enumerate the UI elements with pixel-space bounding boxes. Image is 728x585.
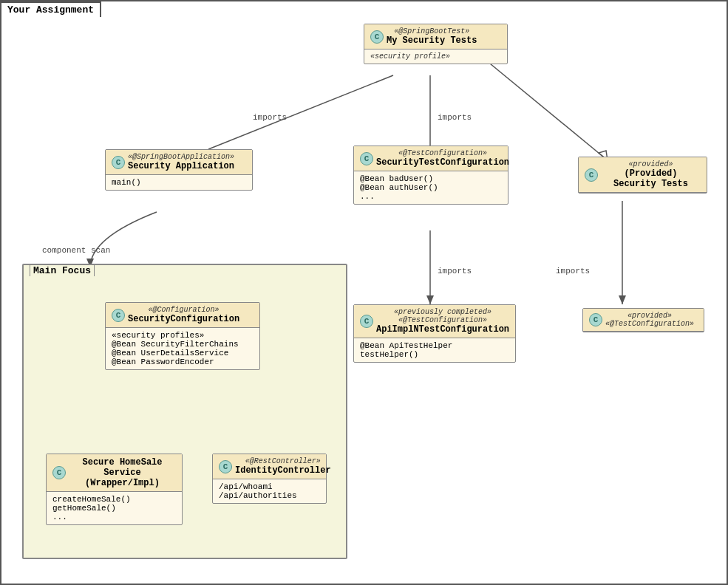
secure-homesale-body: createHomeSale() getHomeSale() ... xyxy=(47,492,182,524)
diagram-container: Your Assignment imports imports componen… xyxy=(0,0,728,585)
sec-config-stereotype: «@Configuration» xyxy=(128,306,239,314)
security-test-config-header: C «@TestConfiguration» SecurityTestConfi… xyxy=(354,146,508,171)
identity-body: /api/whoami /api/authorities xyxy=(213,479,326,503)
svg-line-0 xyxy=(208,75,393,149)
sec-config-name: SecurityConfiguration xyxy=(128,314,239,324)
api-impl-stereotype2: «@TestConfiguration» xyxy=(376,316,509,324)
security-config-box: C «@Configuration» SecurityConfiguration… xyxy=(105,302,260,370)
security-application-header: C «@SpringBootApplication» Security Appl… xyxy=(106,150,252,175)
svg-text:imports: imports xyxy=(438,267,472,276)
identity-name: IdentityController xyxy=(235,465,331,476)
c-icon-sec-test-config: C xyxy=(360,152,373,165)
c-icon-sec-config: C xyxy=(112,309,125,322)
svg-text:imports: imports xyxy=(556,267,590,276)
svg-marker-12 xyxy=(619,295,626,304)
security-app-method: main() xyxy=(112,178,246,187)
c-icon-provided-sec: C xyxy=(585,168,598,182)
identity-controller-box: C «@RestController» IdentityController /… xyxy=(212,454,327,504)
my-security-tests-box: C «@SpringBootTest» My Security Tests «s… xyxy=(364,24,508,64)
api-impl-name: ApiImplNTestConfiguration xyxy=(376,324,509,335)
c-icon-api-impl: C xyxy=(360,315,373,328)
provided-sec-tests-header: C «provided» (Provided) Security Tests xyxy=(579,157,707,193)
security-config-header: C «@Configuration» SecurityConfiguration xyxy=(106,303,259,328)
api-impl-header: C «previously completed» «@TestConfigura… xyxy=(354,305,515,338)
security-application-box: C «@SpringBootApplication» Security Appl… xyxy=(105,149,253,191)
my-security-tests-body: «security profile» xyxy=(364,49,507,64)
security-test-config-box: C «@TestConfiguration» SecurityTestConfi… xyxy=(353,146,508,205)
security-app-stereotype: «@SpringBootApplication» xyxy=(128,153,234,161)
main-focus-label: Main Focus xyxy=(30,264,95,276)
secure-homesale-header: C Secure HomeSale Service (Wrapper/Impl) xyxy=(47,454,182,492)
security-app-body: main() xyxy=(106,175,252,190)
my-security-tests-header: C «@SpringBootTest» My Security Tests xyxy=(364,24,507,49)
identity-controller-header: C «@RestController» IdentityController xyxy=(213,454,326,479)
sec-test-config-name: SecurityTestConfiguration xyxy=(376,157,509,168)
c-icon-identity: C xyxy=(219,460,232,473)
provided-test-config-header: C «provided» «@TestConfiguration» xyxy=(583,309,704,332)
svg-text:component scan: component scan xyxy=(42,246,110,255)
svg-text:imports: imports xyxy=(438,113,472,122)
my-security-tests-stereotype2: «security profile» xyxy=(370,52,501,61)
provided-test-s1: «provided» xyxy=(605,312,694,320)
sec-test-config-stereotype: «@TestConfiguration» xyxy=(376,149,509,157)
provided-sec-name: (Provided) Security Tests xyxy=(601,168,701,189)
secure-homesale-box: C Secure HomeSale Service (Wrapper/Impl)… xyxy=(46,454,183,525)
provided-test-s2: «@TestConfiguration» xyxy=(605,320,694,328)
api-impl-n-test-config-box: C «previously completed» «@TestConfigura… xyxy=(353,304,516,363)
api-impl-stereotype1: «previously completed» xyxy=(376,308,509,316)
identity-stereotype: «@RestController» xyxy=(235,457,331,465)
secure-homesale-name: Secure HomeSale Service (Wrapper/Impl) xyxy=(69,457,176,488)
c-icon-provided-test: C xyxy=(589,313,602,326)
my-security-tests-name: My Security Tests xyxy=(387,35,477,46)
c-icon-secure-homesale: C xyxy=(52,466,66,479)
provided-sec-stereotype: «provided» xyxy=(601,160,701,168)
c-icon-my-security-tests: C xyxy=(370,30,384,44)
provided-security-tests-box: C «provided» (Provided) Security Tests xyxy=(578,157,707,194)
svg-marker-9 xyxy=(426,295,434,304)
sec-test-config-body: @Bean badUser() @Bean authUser() ... xyxy=(354,171,508,204)
my-security-tests-stereotype1: «@SpringBootTest» xyxy=(387,27,477,35)
main-focus-box: Main Focus C «@Configuration» SecurityCo… xyxy=(22,264,347,559)
api-impl-body: @Bean ApiTestHelper testHelper() xyxy=(354,338,515,362)
svg-line-4 xyxy=(482,57,608,160)
c-icon-security-app: C xyxy=(112,156,125,169)
security-app-name: Security Application xyxy=(128,161,234,171)
provided-test-config-box: C «provided» «@TestConfiguration» xyxy=(582,308,704,332)
svg-text:imports: imports xyxy=(253,113,287,122)
sec-config-body: «security profiles» @Bean SecurityFilter… xyxy=(106,328,259,369)
diagram-title: Your Assignment xyxy=(1,1,101,17)
